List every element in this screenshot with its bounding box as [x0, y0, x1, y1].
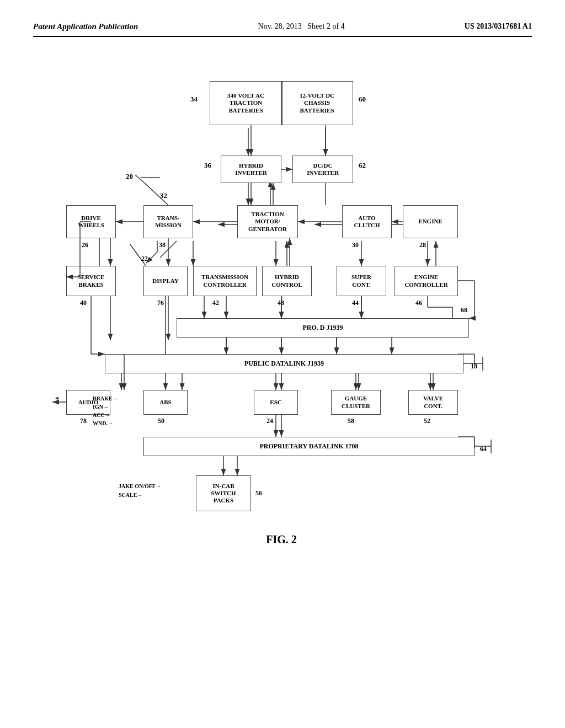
label-48: 48: [278, 299, 284, 307]
public-datalink-box: PUBLIC DATALINK J1939: [105, 354, 463, 373]
engine-box: ENGINE: [403, 205, 458, 238]
svg-line-65: [146, 252, 157, 263]
label-60: 60: [359, 95, 366, 104]
jake-scale-labels: JAKE ON/OFF→SCALE→: [119, 482, 161, 500]
figure-caption: FIG. 2: [226, 533, 337, 546]
abs-box: ABS: [143, 390, 188, 415]
gauge-cluster-box: GAUGE CLUSTER: [331, 390, 381, 415]
label-52: 52: [424, 417, 430, 425]
additional-arrows: ◄: [33, 48, 532, 655]
traction-motor-box: TRACTION MOTOR/ GENERATOR: [237, 205, 298, 238]
label-50: 50: [158, 417, 164, 425]
auto-clutch-box: AUTO CLUTCH: [342, 205, 392, 238]
label-36: 36: [204, 161, 211, 170]
header-center: Nov. 28, 2013 Sheet 2 of 4: [258, 22, 345, 31]
label-46: 46: [415, 299, 422, 307]
label-30: 30: [352, 241, 359, 249]
label-24: 24: [266, 417, 273, 425]
hybrid-control-box: HYBRID CONTROL: [262, 266, 312, 296]
transmission-box: TRANS- MISSION: [143, 205, 193, 238]
super-cont-box: SUPER CONT.: [337, 266, 386, 296]
label-68: 68: [461, 306, 467, 314]
service-brakes-box: SERVICE BRAKES: [66, 266, 116, 296]
label-40: 40: [80, 299, 87, 307]
label-18: 18: [471, 362, 477, 371]
valve-cont-box: VALVE CONT.: [408, 390, 458, 415]
diagram: 340 VOLT AC TRACTION BATTERIES 12-VOLT D…: [33, 48, 532, 655]
svg-line-56: [135, 175, 143, 182]
traction-batteries-box: 340 VOLT AC TRACTION BATTERIES: [210, 81, 281, 125]
esc-box: ESC: [254, 390, 298, 415]
dcdc-inverter-box: DC/DC INVERTER: [292, 156, 353, 183]
header-right: US 2013/0317681 A1: [465, 22, 532, 31]
page-header: Patent Application Publication Nov. 28, …: [33, 22, 532, 37]
brake-ign-acc-wnd-labels: BRAKE→IGN→ACC→WND.→: [93, 394, 118, 427]
svg-text:◄: ◄: [54, 395, 60, 401]
label-38: 38: [159, 241, 166, 249]
label-34: 34: [190, 95, 198, 104]
in-cab-box: IN-CAB SWITCH PACKS: [196, 475, 251, 511]
label-42: 42: [212, 299, 219, 307]
label-56: 56: [255, 489, 262, 497]
pro-d-j1939-box: PRO. D J1939: [177, 318, 469, 338]
label-20: 20: [126, 172, 133, 181]
hybrid-inverter-box: HYBRID INVERTER: [221, 156, 281, 183]
proprietary-datalink-box: PROPRIETARY DATALINK 1708: [143, 437, 475, 456]
label-32: 32: [160, 191, 167, 200]
label-64: 64: [480, 445, 487, 453]
label-44: 44: [352, 299, 359, 307]
engine-controller-box: ENGINE CONTROLLER: [395, 266, 458, 296]
drive-wheels-box: DRIVE WHEELS: [66, 205, 116, 238]
label-58: 58: [348, 417, 354, 425]
diagram-arrows: [33, 48, 532, 655]
chassis-batteries-box: 12-VOLT DC CHASSIS BATTERIES: [281, 81, 353, 125]
label-62: 62: [359, 161, 366, 170]
transmission-controller-box: TRANSMISSION CONTROLLER: [193, 266, 257, 296]
header-left: Patent Application Publication: [33, 22, 138, 31]
label-22: 22: [141, 255, 148, 263]
label-28: 28: [419, 241, 426, 249]
label-76: 76: [157, 299, 164, 307]
label-26: 26: [82, 241, 88, 249]
label-78: 78: [80, 417, 87, 425]
display-box: DISPLAY: [143, 266, 188, 296]
